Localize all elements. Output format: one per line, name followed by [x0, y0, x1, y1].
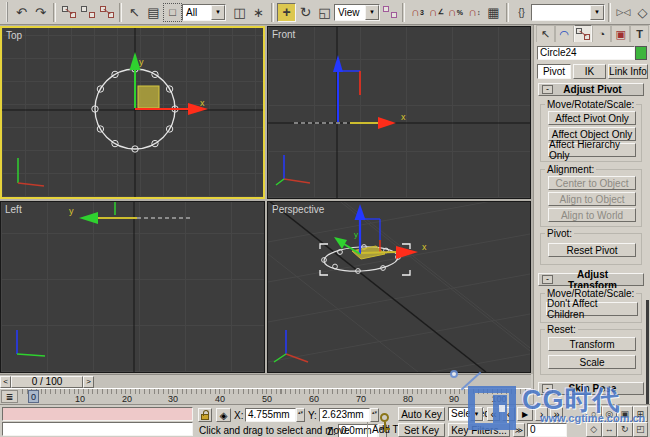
viewport-front-canvas[interactable]: x [268, 27, 530, 198]
zoom-all-icon[interactable]: ◎ [602, 406, 618, 422]
y-coord-field[interactable]: 2.623mm [319, 408, 370, 422]
unlink-selection-icon[interactable] [78, 3, 97, 22]
viewport-left[interactable]: Left y [0, 201, 265, 373]
tab-link-info[interactable]: Link Info [608, 64, 648, 79]
select-object-icon[interactable]: ↖ [125, 3, 144, 22]
rollout-adjust-transform[interactable]: - Adjust Transform [538, 273, 644, 286]
chevron-down-icon[interactable]: ▼ [590, 5, 604, 20]
reset-pivot-button[interactable]: Reset Pivot [548, 243, 636, 257]
track-bar[interactable]: ≣ 0 10 20 30 40 50 60 70 80 90 100 0 [0, 388, 531, 404]
viewport-perspective-label[interactable]: Perspective [272, 204, 324, 215]
auto-key-button[interactable]: Auto Key [398, 407, 445, 421]
collapse-icon[interactable]: - [542, 384, 553, 393]
named-selection-sets-dropdown[interactable]: ▼ [531, 4, 605, 21]
mirror-icon[interactable]: ▷◁ [614, 3, 633, 22]
viewport-top-label[interactable]: Top [6, 30, 22, 41]
hierarchy-tab-icon[interactable] [574, 25, 593, 42]
absolute-mode-icon[interactable]: ◈ [216, 408, 231, 422]
current-frame-field[interactable]: 0 [527, 423, 567, 437]
rollout-adjust-pivot[interactable]: - Adjust Pivot [538, 83, 644, 96]
key-mode-toggle-icon[interactable]: ≫ [513, 423, 525, 437]
spinner-snap-icon[interactable]: ∩↕ [465, 3, 484, 22]
gizmo-z-arrowhead[interactable] [333, 55, 343, 72]
window-crossing-icon[interactable]: ◫ [230, 3, 249, 22]
select-and-manipulate-icon[interactable]: ∗ [249, 3, 268, 22]
dont-affect-children-button[interactable]: Don't Affect Children [546, 302, 638, 316]
x-spinner[interactable]: ▴▾ [296, 408, 305, 422]
play-icon[interactable]: ▶ [517, 407, 533, 421]
zoom-extents-all-icon[interactable]: ⊞ [633, 406, 649, 422]
gizmo-x-arrowhead[interactable] [378, 117, 396, 129]
selection-lock-icon[interactable] [198, 408, 212, 422]
min-max-toggle-icon[interactable]: ◰ [633, 422, 649, 437]
utilities-tab-icon[interactable]: T [630, 25, 649, 42]
select-and-link-icon[interactable] [59, 3, 78, 22]
tab-ik[interactable]: IK [573, 64, 606, 79]
viewport-top[interactable]: Top y x [0, 26, 265, 199]
chevron-down-icon[interactable]: ▼ [470, 407, 483, 421]
previous-frame-icon[interactable]: ‹ [502, 407, 515, 421]
create-tab-icon[interactable]: ↖ [536, 25, 555, 42]
arc-rotate-icon[interactable]: ↻ [617, 422, 633, 437]
selection-region-icon[interactable]: □ [163, 3, 182, 22]
viewport-top-canvas[interactable]: y x [2, 28, 263, 197]
reset-transform-button[interactable]: Transform [548, 337, 636, 351]
go-to-end-icon[interactable]: » [550, 407, 563, 421]
frame-forward-arrow[interactable]: > [83, 376, 94, 388]
gizmo-x-axis[interactable] [361, 252, 396, 253]
panel-scrollbar[interactable] [646, 300, 649, 404]
gizmo-x-arrowhead[interactable] [188, 103, 208, 115]
viewport-front[interactable]: Front x [267, 26, 531, 199]
select-and-scale-icon[interactable]: ◱ [315, 3, 334, 22]
spinner-down-icon[interactable]: ▾ [301, 409, 304, 415]
chevron-down-icon[interactable]: ▼ [365, 5, 379, 20]
gizmo-z-arrowhead[interactable] [355, 204, 366, 220]
field-of-view-icon[interactable]: ◇ [586, 422, 602, 437]
display-tab-icon[interactable]: ▣ [611, 25, 630, 42]
named-selection-braces-icon[interactable]: {} [512, 3, 531, 22]
angle-snap-icon[interactable]: ∩∠ [427, 3, 446, 22]
use-pivot-center-icon[interactable] [380, 3, 399, 22]
maxscript-listener-output[interactable] [2, 422, 193, 436]
rollout-skin-pose[interactable]: - Skin Pose [538, 382, 644, 395]
viewport-perspective-canvas[interactable]: x y [268, 202, 530, 372]
edit-named-selection-sets-icon[interactable]: ▦ [484, 3, 503, 22]
select-by-name-icon[interactable]: ▤ [144, 3, 163, 22]
collapse-icon[interactable]: - [542, 85, 553, 94]
align-icon[interactable]: ◇ [633, 3, 650, 22]
viewport-left-canvas[interactable]: y [1, 202, 264, 372]
object-name-field[interactable]: Circle24 [537, 46, 635, 60]
reset-scale-button[interactable]: Scale [548, 355, 636, 369]
select-and-move-icon[interactable]: + [277, 3, 296, 22]
viewport-perspective[interactable]: Perspective [267, 201, 531, 373]
bind-to-space-warp-icon[interactable] [97, 3, 116, 22]
select-and-rotate-icon[interactable]: ↻ [296, 3, 315, 22]
frame-back-arrow[interactable]: < [0, 376, 11, 388]
set-keys-icon[interactable] [377, 413, 393, 433]
selection-filter-dropdown[interactable]: All ▼ [182, 4, 226, 21]
reference-coordinate-dropdown[interactable]: View ▼ [334, 4, 380, 21]
x-coord-field[interactable]: 4.755mm [245, 408, 296, 422]
chevron-down-icon[interactable]: ▼ [211, 5, 225, 20]
toolbar-grab-handle[interactable] [6, 2, 8, 22]
zoom-icon[interactable]: ○ [586, 406, 602, 422]
redo-icon[interactable]: ↷ [31, 3, 50, 22]
maxscript-listener-input[interactable] [2, 407, 193, 421]
pan-icon[interactable]: ↔ [602, 422, 618, 437]
mini-curve-editor-icon[interactable]: ≣ [1, 390, 18, 403]
percent-snap-icon[interactable]: ∩% [446, 3, 465, 22]
tab-pivot[interactable]: Pivot [537, 64, 571, 79]
time-slider-handle[interactable]: 0 / 100 [11, 376, 83, 388]
affect-pivot-only-button[interactable]: Affect Pivot Only [548, 111, 636, 125]
key-filters-button[interactable]: Key Filters... [448, 423, 510, 437]
next-frame-icon[interactable]: › [535, 407, 548, 421]
zoom-extents-icon[interactable]: ▣ [617, 406, 633, 422]
viewport-front-label[interactable]: Front [272, 29, 295, 40]
set-key-button[interactable]: Set Key [398, 423, 445, 437]
time-slider-track[interactable]: < 0 / 100 > [0, 374, 531, 388]
viewport-left-label[interactable]: Left [5, 204, 22, 215]
current-frame-marker[interactable]: 0 [28, 390, 39, 403]
gizmo-plane-handle[interactable] [138, 86, 159, 108]
collapse-icon[interactable]: - [542, 275, 553, 284]
gizmo-y-arrowhead[interactable] [334, 237, 347, 249]
